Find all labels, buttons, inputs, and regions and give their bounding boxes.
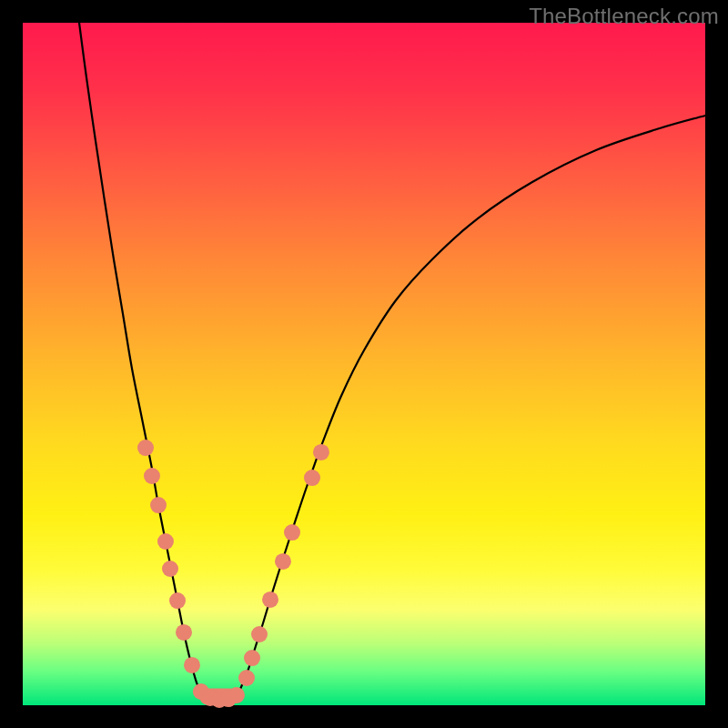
right-curve xyxy=(236,116,705,698)
markers-right xyxy=(238,444,329,686)
left-marker xyxy=(162,561,178,577)
left-marker xyxy=(176,624,192,641)
right-marker xyxy=(304,470,320,486)
right-marker xyxy=(284,524,300,541)
plot-frame xyxy=(23,23,705,705)
right-marker xyxy=(262,592,278,608)
watermark-label: TheBottleneck.com xyxy=(529,4,719,29)
markers-bottom xyxy=(193,683,245,708)
bottom-marker xyxy=(228,687,245,703)
right-marker xyxy=(238,670,255,686)
left-marker xyxy=(137,440,154,456)
left-marker xyxy=(144,468,160,484)
left-marker xyxy=(150,497,167,513)
right-marker xyxy=(244,650,260,666)
right-marker xyxy=(251,626,268,642)
left-marker xyxy=(169,592,186,609)
right-marker xyxy=(275,553,291,570)
bottleneck-chart xyxy=(23,23,705,705)
right-marker xyxy=(313,444,329,460)
left-curve xyxy=(79,23,203,696)
left-marker xyxy=(184,657,200,673)
left-marker xyxy=(157,533,174,550)
